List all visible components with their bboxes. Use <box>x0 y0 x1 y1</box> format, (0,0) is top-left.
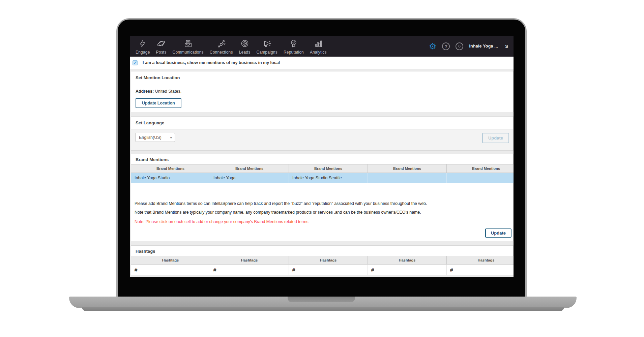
language-update-button[interactable]: Update <box>482 133 509 143</box>
page: Engage Posts Communications <box>0 0 644 337</box>
award-badge-icon <box>289 39 298 49</box>
nav-item-reputation[interactable]: Reputation <box>281 38 307 55</box>
nav-item-communications[interactable]: Communications <box>170 38 207 55</box>
brand-mention-cell[interactable] <box>447 173 514 183</box>
column-header: Hashtags <box>289 256 368 265</box>
brand-mentions-header-row: Brand Mentions Brand Mentions Brand Ment… <box>131 164 514 173</box>
hashtags-panel: Hashtags Hashtags Hashtags Hashtags Hash… <box>131 245 514 275</box>
hashtag-cell[interactable]: # <box>289 265 368 275</box>
brand-mentions-data-row: Inhale Yoga Studio Inhale Yoga Inhale Yo… <box>131 173 514 183</box>
hashtags-title: Hashtags <box>131 246 513 256</box>
nav-label: Reputation <box>284 50 304 55</box>
nav-item-analytics[interactable]: Analytics <box>307 38 330 55</box>
brand-mentions-table: Brand Mentions Brand Mentions Brand Ment… <box>131 164 514 183</box>
brand-mentions-title: Brand Mentions <box>131 154 513 164</box>
nav-label: Communications <box>173 50 204 55</box>
brand-mentions-note: Note: Please click on each cell to add o… <box>135 219 508 224</box>
nav-item-leads[interactable]: Leads <box>236 38 254 55</box>
nav-label: Campaigns <box>256 50 277 55</box>
hashtags-data-row: # # # # # <box>131 265 514 275</box>
hashtag-cell[interactable]: # <box>210 265 289 275</box>
local-business-checkbox[interactable] <box>133 60 138 65</box>
language-select[interactable]: English(US) <box>135 133 175 142</box>
column-header: Brand Mentions <box>368 164 447 173</box>
update-location-button[interactable]: Update Location <box>136 98 181 108</box>
address-value: United States. <box>155 89 182 94</box>
brand-mentions-help-1: Please add Brand Mentions terms so can I… <box>135 201 508 206</box>
lightning-icon <box>138 39 147 49</box>
hashtags-table: Hashtags Hashtags Hashtags Hashtags Hash… <box>131 256 514 275</box>
address-label: Address: <box>136 89 154 94</box>
language-body: English(US) Update <box>131 129 513 150</box>
spacer <box>131 183 513 201</box>
brand-mentions-panel: Brand Mentions Brand Mentions Brand Ment… <box>131 154 514 241</box>
app-screen: Engage Posts Communications <box>130 36 514 277</box>
mail-icon <box>184 39 193 49</box>
nav-label: Connections <box>210 50 233 55</box>
nav-label: Engage <box>136 50 150 55</box>
gear-icon[interactable]: ⚙ <box>429 42 436 51</box>
column-header: Hashtags <box>368 256 447 265</box>
nav-label: Posts <box>156 50 167 55</box>
nav-item-engage[interactable]: Engage <box>133 38 153 55</box>
brand-mention-cell[interactable]: Inhale Yoga <box>210 173 289 183</box>
laptop-bezel: Engage Posts Communications <box>116 18 527 297</box>
laptop-lid-notch <box>288 297 355 302</box>
laptop-base-bottom <box>82 307 564 311</box>
mention-location-panel: Set Mention Location Address: United Sta… <box>131 71 514 112</box>
brand-mention-cell[interactable] <box>368 173 447 183</box>
hashtag-cell[interactable]: # <box>368 265 447 275</box>
chevron-down-icon <box>170 135 172 140</box>
hashtag-cell[interactable]: # <box>447 265 514 275</box>
nav-item-campaigns[interactable]: Campaigns <box>253 38 281 55</box>
column-header: Hashtags <box>131 256 210 265</box>
hashtags-header-row: Hashtags Hashtags Hashtags Hashtags Hash… <box>131 256 514 265</box>
nav-item-connections[interactable]: Connections <box>207 38 236 55</box>
nav-label: Analytics <box>310 50 327 55</box>
brand-mentions-actions: Update <box>131 224 513 241</box>
top-nav: Engage Posts Communications <box>130 36 514 57</box>
language-title: Set Language <box>131 117 513 129</box>
column-header: Hashtags <box>447 256 514 265</box>
help-icon[interactable]: ? <box>442 42 450 50</box>
bell-icon[interactable] <box>456 42 463 50</box>
network-icon <box>217 39 226 49</box>
mention-location-body: Address: United States. Update Location <box>131 84 513 112</box>
column-header: Hashtags <box>210 256 289 265</box>
nav-item-posts[interactable]: Posts <box>153 38 170 55</box>
address-line: Address: United States. <box>136 89 509 94</box>
target-icon <box>240 39 249 49</box>
bar-chart-icon <box>314 39 323 49</box>
local-business-label: I am a local business, show me mentions … <box>143 60 280 65</box>
truncated-nav-item[interactable]: S <box>505 44 508 49</box>
local-business-row: I am a local business, show me mentions … <box>130 57 514 69</box>
account-menu[interactable]: Inhale Yoga ... <box>469 44 498 49</box>
brand-mentions-update-button[interactable]: Update <box>485 228 511 238</box>
column-header: Brand Mentions <box>131 164 210 173</box>
hashtag-cell[interactable]: # <box>131 265 210 275</box>
planet-icon <box>157 39 166 49</box>
column-header: Brand Mentions <box>289 164 368 173</box>
mention-location-title: Set Mention Location <box>131 71 513 84</box>
brand-mention-cell[interactable]: Inhale Yoga Studio <box>131 173 210 183</box>
language-selected-value: English(US) <box>139 135 162 140</box>
nav-label: Leads <box>239 50 251 55</box>
brand-mention-cell[interactable]: Inhale Yoga Studio Seattle <box>289 173 368 183</box>
column-header: Brand Mentions <box>447 164 514 173</box>
nav-right-cluster: ⚙ ? Inhale Yoga ... S <box>429 42 508 51</box>
megaphone-icon <box>263 39 271 49</box>
column-header: Brand Mentions <box>210 164 289 173</box>
brand-mentions-help-2: Note that Brand Mentions are typically y… <box>135 210 508 215</box>
language-panel: Set Language English(US) Update <box>131 116 514 151</box>
